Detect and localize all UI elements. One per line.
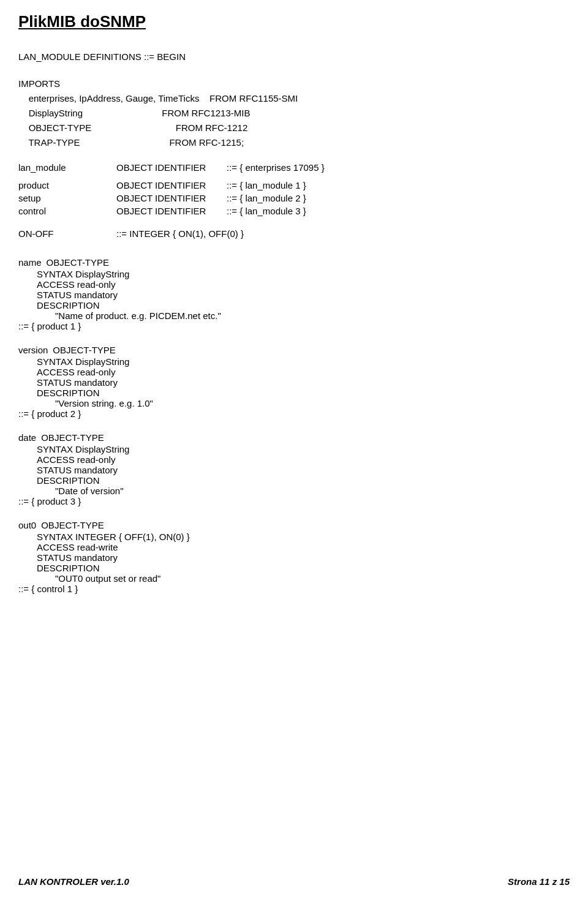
assignment-control: control OBJECT IDENTIFIER ::= { lan_modu…: [18, 206, 570, 216]
obj-name-0-status: STATUS mandatory: [37, 290, 570, 300]
object-name: name OBJECT-TYPE SYNTAX DisplayString AC…: [18, 257, 570, 331]
objects-container: name OBJECT-TYPE SYNTAX DisplayString AC…: [18, 257, 570, 594]
obj-version-status: STATUS mandatory: [37, 377, 570, 388]
assign-name-1: product: [18, 180, 116, 190]
assignment-product: product OBJECT IDENTIFIER ::= { lan_modu…: [18, 180, 570, 190]
obj-version-access: ACCESS read-only: [37, 367, 570, 377]
assignment-setup: setup OBJECT IDENTIFIER ::= { lan_module…: [18, 193, 570, 203]
assign-type-2: OBJECT IDENTIFIER: [116, 193, 227, 203]
obj-name-0-access: ACCESS read-only: [37, 279, 570, 290]
obj-out0-desc: "OUT0 output set or read": [37, 573, 570, 584]
typedef-line: ON-OFF ::= INTEGER { ON(1), OFF(0) }: [18, 228, 570, 239]
obj-name-0-type: OBJECT-TYPE: [47, 257, 110, 268]
import-line-1: DisplayString FROM RFC1213-MIB: [18, 106, 570, 121]
assignment-lan-module: lan_module OBJECT IDENTIFIER ::= { enter…: [18, 162, 570, 173]
imports-list: enterprises, IpAddress, Gauge, TimeTicks…: [18, 91, 570, 150]
imports-label: IMPORTS: [18, 77, 570, 91]
assign-type-3: OBJECT IDENTIFIER: [116, 206, 227, 216]
typedef-def: ::= INTEGER { ON(1), OFF(0) }: [116, 228, 244, 239]
obj-name-0-desc-label: DESCRIPTION: [37, 300, 570, 310]
module-def-block: LAN_MODULE DEFINITIONS ::= BEGIN: [18, 50, 570, 64]
page-title: PlikMIB doSNMP: [18, 12, 570, 31]
obj-date-desc: "Date of version": [37, 486, 570, 496]
module-def-line: LAN_MODULE DEFINITIONS ::= BEGIN: [18, 50, 570, 64]
import-line-2: OBJECT-TYPE FROM RFC-1212: [18, 121, 570, 135]
imports-block: IMPORTS enterprises, IpAddress, Gauge, T…: [18, 77, 570, 150]
footer: LAN KONTROLER ver.1.0 Strona 11 z 15: [0, 876, 588, 887]
assign-name-0: lan_module: [18, 162, 116, 173]
obj-name-0-desc: "Name of product. e.g. PICDEM.net etc.": [37, 310, 570, 321]
obj-out0-syntax: SYNTAX INTEGER { OFF(1), ON(0) }: [37, 532, 570, 542]
obj-version-type: OBJECT-TYPE: [53, 345, 116, 355]
typedef-name: ON-OFF: [18, 228, 116, 239]
object-date: date OBJECT-TYPE SYNTAX DisplayString AC…: [18, 432, 570, 506]
footer-right: Strona 11 z 15: [508, 876, 570, 887]
import-line-0: enterprises, IpAddress, Gauge, TimeTicks…: [18, 91, 570, 106]
object-version: version OBJECT-TYPE SYNTAX DisplayString…: [18, 345, 570, 419]
obj-name-0-name: name: [18, 257, 42, 268]
assign-type-0: OBJECT IDENTIFIER: [116, 162, 227, 173]
typedef-block: ON-OFF ::= INTEGER { ON(1), OFF(0) }: [18, 228, 570, 239]
obj-date-status: STATUS mandatory: [37, 465, 570, 475]
obj-version-syntax: SYNTAX DisplayString: [37, 356, 570, 367]
import-line-3: TRAP-TYPE FROM RFC-1215;: [18, 135, 570, 150]
obj-date-access: ACCESS read-only: [37, 454, 570, 465]
obj-version-assignment: ::= { product 2 }: [18, 408, 570, 419]
footer-left: LAN KONTROLER ver.1.0: [18, 876, 129, 887]
obj-name-0-assignment: ::= { product 1 }: [18, 321, 570, 331]
assign-name-2: setup: [18, 193, 116, 203]
obj-out0-type: OBJECT-TYPE: [41, 520, 104, 530]
obj-date-assignment: ::= { product 3 }: [18, 496, 570, 506]
obj-version-desc: "Version string. e.g. 1.0": [37, 398, 570, 408]
obj-out0-name: out0: [18, 520, 36, 530]
assign-value-1: ::= { lan_module 1 }: [227, 180, 306, 190]
obj-date-desc-label: DESCRIPTION: [37, 475, 570, 486]
object-out0: out0 OBJECT-TYPE SYNTAX INTEGER { OFF(1)…: [18, 520, 570, 594]
assign-value-3: ::= { lan_module 3 }: [227, 206, 306, 216]
obj-out0-desc-label: DESCRIPTION: [37, 563, 570, 573]
obj-out0-status: STATUS mandatory: [37, 552, 570, 563]
assign-value-0: ::= { enterprises 17095 }: [227, 162, 325, 173]
assign-value-2: ::= { lan_module 2 }: [227, 193, 306, 203]
obj-name-0-syntax: SYNTAX DisplayString: [37, 269, 570, 279]
obj-version-desc-label: DESCRIPTION: [37, 388, 570, 398]
assign-type-1: OBJECT IDENTIFIER: [116, 180, 227, 190]
assign-name-3: control: [18, 206, 116, 216]
obj-date-syntax: SYNTAX DisplayString: [37, 444, 570, 454]
assignments-block: lan_module OBJECT IDENTIFIER ::= { enter…: [18, 162, 570, 216]
obj-out0-access: ACCESS read-write: [37, 542, 570, 552]
obj-out0-assignment: ::= { control 1 }: [18, 584, 570, 594]
obj-version-name: version: [18, 345, 48, 355]
obj-date-type: OBJECT-TYPE: [41, 432, 104, 443]
obj-date-name: date: [18, 432, 36, 443]
